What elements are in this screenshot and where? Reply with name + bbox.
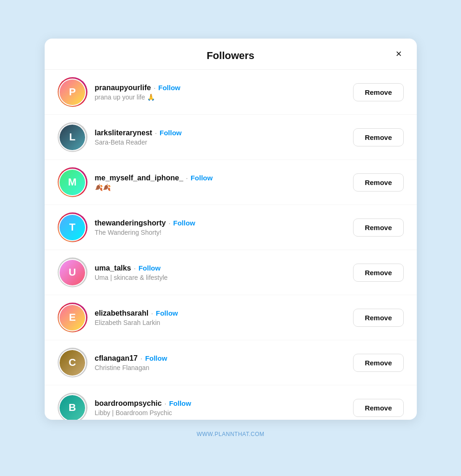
follower-info: larksliterarynest · Follow Sara-Beta Rea… [95,129,346,146]
follower-bio: Christine Flanagan [95,364,346,371]
avatar-inner: T [59,214,86,241]
follow-button[interactable]: Follow [158,84,180,92]
remove-button[interactable]: Remove [353,264,403,282]
avatar-wrap: E [58,303,87,332]
avatar: B [60,395,85,420]
dot-separator: · [134,264,136,272]
follower-username-row: boardroompsychic · Follow [95,399,346,408]
follower-bio: Elizabeth Sarah Larkin [95,319,346,326]
dot-separator: · [154,84,155,92]
follow-button[interactable]: Follow [156,309,178,317]
avatar-wrap: P [58,77,87,107]
avatar: T [60,215,85,240]
follower-item: M me_myself_and_iphone_ · Follow 🍂🍂 Remo… [45,160,417,205]
follower-username-row: thewanderingshorty · Follow [95,219,346,227]
follower-username: me_myself_and_iphone_ [95,174,183,182]
follower-info: thewanderingshorty · Follow The Wanderin… [95,219,346,236]
follow-button[interactable]: Follow [145,354,167,362]
avatar-inner: U [59,259,86,286]
dot-separator: · [140,355,142,362]
avatar-wrap: M [58,167,87,197]
avatar-wrap: L [58,122,87,152]
follow-button[interactable]: Follow [139,264,161,272]
dot-separator: · [151,310,153,317]
remove-button[interactable]: Remove [353,128,403,146]
follower-item: B boardroompsychic · Follow Libby | Boar… [45,385,417,420]
avatar-inner: B [59,394,86,420]
follower-bio: Sara-Beta Reader [95,139,346,146]
follower-username: uma_talks [95,264,131,272]
dot-separator: · [186,174,188,182]
avatar-inner: E [59,304,86,331]
follower-bio: 🍂🍂 [95,184,346,191]
follower-item: T thewanderingshorty · Follow The Wander… [45,205,417,250]
dot-separator: · [168,219,170,227]
avatar: C [60,350,85,376]
follower-username-row: cflanagan17 · Follow [95,354,346,363]
follower-item: U uma_talks · Follow Uma | skincare & li… [45,250,417,295]
remove-button[interactable]: Remove [353,83,403,101]
follower-item: P pranaupyourlife · Follow prana up your… [45,70,417,115]
remove-button[interactable]: Remove [353,218,403,237]
follower-username-row: elizabethsarahl · Follow [95,309,346,317]
follow-button[interactable]: Follow [173,219,195,227]
modal-header: Followers × [45,39,417,70]
avatar: P [60,79,85,105]
remove-button[interactable]: Remove [353,173,403,192]
follower-item: C cflanagan17 · Follow Christine Flanaga… [45,340,417,385]
follower-bio: Libby | Boardroom Psychic [95,409,346,416]
follower-username: elizabethsarahl [95,309,149,317]
follower-bio: Uma | skincare & lifestyle [95,274,346,281]
follower-info: me_myself_and_iphone_ · Follow 🍂🍂 [95,174,346,191]
follower-username-row: uma_talks · Follow [95,264,346,272]
follower-info: cflanagan17 · Follow Christine Flanagan [95,354,346,371]
remove-button[interactable]: Remove [353,354,403,372]
remove-button[interactable]: Remove [353,399,403,417]
avatar-wrap: T [58,212,87,242]
follower-bio: The Wandering Shorty! [95,229,346,236]
avatar-wrap: B [58,393,87,420]
follow-button[interactable]: Follow [191,174,213,182]
follow-button[interactable]: Follow [169,399,191,407]
follower-item: L larksliterarynest · Follow Sara-Beta R… [45,115,417,160]
follower-username: thewanderingshorty [95,219,166,227]
follower-username: boardroompsychic [95,399,162,408]
followers-modal: Followers × P pranaupyourlife · Follow p… [45,39,417,420]
follower-info: elizabethsarahl · Follow Elizabeth Sarah… [95,309,346,326]
avatar: U [60,260,85,285]
follower-username-row: pranaupyourlife · Follow [95,84,346,92]
avatar: L [60,125,85,150]
follower-username-row: larksliterarynest · Follow [95,129,346,137]
dot-separator: · [165,400,167,407]
follower-info: boardroompsychic · Follow Libby | Boardr… [95,399,346,416]
follower-info: uma_talks · Follow Uma | skincare & life… [95,264,346,281]
avatar: M [60,170,85,195]
remove-button[interactable]: Remove [353,309,403,327]
avatar-inner: P [59,79,86,106]
follow-button[interactable]: Follow [160,129,182,137]
follower-info: pranaupyourlife · Follow prana up your l… [95,84,346,101]
followers-list: P pranaupyourlife · Follow prana up your… [45,70,417,420]
dot-separator: · [155,129,157,137]
follower-bio: prana up your life 🙏 [95,93,346,101]
avatar-inner: C [59,349,86,377]
follower-username: larksliterarynest [95,129,153,137]
close-button[interactable]: × [394,47,404,61]
avatar-wrap: C [58,348,87,377]
avatar-wrap: U [58,258,87,287]
footer-url: WWW.PLANNTHAT.COM [197,431,265,437]
follower-username: cflanagan17 [95,354,138,363]
follower-username: pranaupyourlife [95,84,151,92]
modal-title: Followers [58,50,404,62]
avatar-inner: M [59,169,86,196]
avatar-inner: L [59,124,86,151]
follower-username-row: me_myself_and_iphone_ · Follow [95,174,346,182]
follower-item: E elizabethsarahl · Follow Elizabeth Sar… [45,295,417,340]
avatar: E [60,305,85,331]
